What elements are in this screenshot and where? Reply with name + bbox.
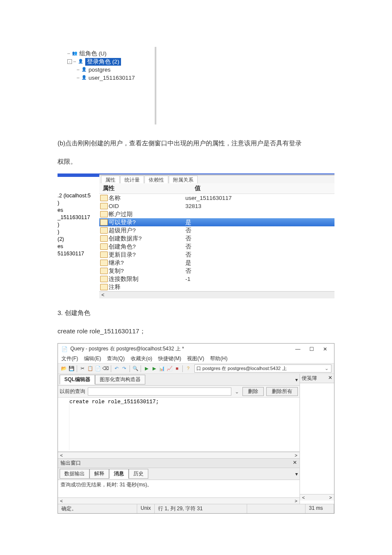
tree-panel: ⋯👥组角色 (U) -⋯👤 登录角色 (2) ⋯👤postgres ⋯👤user… [67, 47, 334, 124]
output-tab[interactable]: 解释 [89, 469, 109, 479]
property-row[interactable]: 注释 [99, 283, 334, 291]
minimize-button[interactable]: — [292, 346, 303, 352]
copy-icon[interactable]: 📋 [87, 365, 93, 372]
property-icon [100, 203, 108, 209]
scrollbar-left[interactable]: < [99, 291, 334, 298]
property-icon [100, 219, 108, 225]
menu-item[interactable]: 编辑(E) [84, 355, 101, 362]
tree-item-postgres[interactable]: ⋯👤postgres [67, 66, 155, 74]
property-icon [100, 284, 108, 290]
property-icon [100, 251, 108, 258]
output-tab[interactable]: 历史 [129, 469, 148, 479]
editor-tabs[interactable]: SQL编辑器 图形化查询构造器 ▾ [58, 374, 300, 386]
chevron-down-icon[interactable]: ⌄ [234, 389, 240, 395]
tab-sql-editor[interactable]: SQL编辑器 [60, 375, 95, 384]
property-icon [100, 211, 108, 217]
delete-button[interactable]: 删除 [242, 387, 264, 396]
paragraph-b2: 权限。 [58, 156, 334, 168]
app-icon: 📄 [61, 346, 68, 352]
property-icon [100, 276, 108, 282]
statusbar: 确定。 Unix 行 1, 列 29, 字符 31 31 ms [58, 504, 334, 513]
tree-item-group-roles[interactable]: ⋯👥组角色 (U) [67, 49, 155, 58]
previous-query-bar: 以前的查询 ⌄ 删除 删除所有 [58, 386, 300, 398]
close-button[interactable]: ✕ [320, 346, 331, 352]
property-row[interactable]: 更新目录?否 [99, 251, 334, 259]
explain-analyze-icon[interactable]: 📈 [166, 365, 173, 372]
toolbar[interactable]: 📂 💾 ✂ 📋 📄 ⌫ ↶ ↷ 🔍 ▶ ▶ 📊 📈 ■ ? 口 postgres… [58, 363, 334, 374]
property-tab[interactable]: 依赖性 [144, 176, 168, 183]
output-message: 查询成功但无结果，耗时: 31 毫秒(ms)。 [58, 480, 300, 497]
titlebar: 📄 Query - postgres 在 postgres@localhost:… [58, 344, 334, 354]
tree-item-login-roles[interactable]: -⋯👤 登录角色 (2) [67, 58, 155, 66]
stop-icon[interactable]: ■ [174, 365, 180, 372]
property-icon [100, 268, 108, 274]
property-icon [100, 243, 108, 250]
menubar[interactable]: 文件(F)编辑(E)查询(Q)收藏夹(o)快捷键(M)视图(V)帮助(H) [58, 354, 334, 363]
menu-item[interactable]: 视图(V) [187, 355, 204, 362]
property-row[interactable]: 超级用户?否 [99, 226, 334, 234]
prev-label: 以前的查询 [60, 388, 85, 395]
tree-fragment: .2 (localhost:5)es_1511630117))(2)es5116… [58, 174, 99, 257]
help-icon[interactable]: ? [185, 365, 191, 372]
tab-graphical[interactable]: 图形化查询构造器 [95, 375, 145, 384]
menu-item[interactable]: 快捷键(M) [158, 355, 181, 362]
property-row[interactable]: 继承?是 [99, 259, 334, 267]
property-row[interactable]: 创建角色?否 [99, 243, 334, 251]
tree-item-user[interactable]: ⋯👤user_1511630117 [67, 74, 155, 82]
close-icon[interactable]: ✕ [328, 375, 332, 382]
delete-all-button[interactable]: 删除所有 [266, 387, 298, 396]
menu-item[interactable]: 查询(Q) [107, 355, 124, 362]
scratchpad-title: 便笺簿 [302, 375, 317, 382]
property-row[interactable]: OID32813 [99, 202, 334, 210]
sql-command: create role role_1511630117； [58, 325, 334, 338]
close-icon[interactable]: ✕ [293, 460, 297, 467]
window-title: Query - postgres 在 postgres@localhost:54… [70, 345, 290, 353]
explain-icon[interactable]: 📊 [159, 365, 165, 372]
output-pane-title: 输出窗口✕ [58, 458, 300, 468]
property-row[interactable]: 复制?否 [99, 267, 334, 275]
property-tab[interactable]: 附属关系 [169, 176, 198, 183]
find-icon[interactable]: 🔍 [132, 365, 138, 372]
maximize-button[interactable]: ☐ [306, 346, 317, 352]
output-tab[interactable]: 消息 [109, 469, 129, 479]
paragraph-b: (b)点击刚刚创建的用户，查看左侧窗口中出现的用户的属性，注意该用户是否具有登录 [58, 137, 334, 150]
property-header: 属性值 [99, 183, 334, 194]
clear-icon[interactable]: ⌫ [102, 365, 109, 372]
chevron-down-icon[interactable]: ▾ [295, 471, 298, 477]
cut-icon[interactable]: ✂ [79, 365, 86, 372]
property-row[interactable]: 创建数据库?否 [99, 234, 334, 243]
paste-icon[interactable]: 📄 [95, 365, 101, 372]
run-pgscript-icon[interactable]: ▶ [151, 365, 157, 372]
property-icon [100, 195, 108, 201]
property-icon [100, 260, 108, 266]
open-icon[interactable]: 📂 [61, 365, 67, 372]
property-icon [100, 235, 108, 242]
heading-3: 3. 创建角色 [58, 307, 334, 319]
query-window: 📄 Query - postgres 在 postgres@localhost:… [58, 343, 334, 514]
property-tabs[interactable]: 属性统计量依赖性附属关系 [99, 176, 334, 183]
undo-icon[interactable]: ↶ [113, 365, 120, 372]
property-icon [100, 227, 108, 234]
output-tabs[interactable]: 数据输出解释消息历史▾ [58, 468, 300, 480]
collapse-icon[interactable]: - [67, 59, 72, 64]
property-row[interactable]: 可以登录?是 [99, 218, 334, 226]
sql-editor[interactable]: create role role_1511630117; [58, 398, 300, 452]
properties-panel: .2 (localhost:5)es_1511630117))(2)es5116… [58, 173, 334, 298]
prev-query-dropdown[interactable] [88, 387, 231, 396]
menu-item[interactable]: 文件(F) [61, 355, 78, 362]
property-row[interactable]: 名称user_1511630117 [99, 194, 334, 202]
property-tab[interactable]: 属性 [101, 176, 120, 183]
run-icon[interactable]: ▶ [143, 365, 150, 372]
redo-icon[interactable]: ↷ [121, 365, 127, 372]
property-tab[interactable]: 统计量 [120, 176, 144, 183]
property-row[interactable]: 连接数限制-1 [99, 275, 334, 283]
chevron-down-icon[interactable]: ▾ [295, 377, 298, 383]
connection-selector[interactable]: 口 postgres 在 postgres@localhost:5432 上⌄ [194, 364, 331, 373]
output-tab[interactable]: 数据输出 [60, 469, 89, 479]
scratchpad: 便笺簿 ✕ <> [300, 374, 334, 504]
save-icon[interactable]: 💾 [68, 365, 75, 372]
menu-item[interactable]: 收藏夹(o) [131, 355, 153, 362]
property-row[interactable]: 帐户过期 [99, 210, 334, 218]
menu-item[interactable]: 帮助(H) [210, 355, 228, 362]
